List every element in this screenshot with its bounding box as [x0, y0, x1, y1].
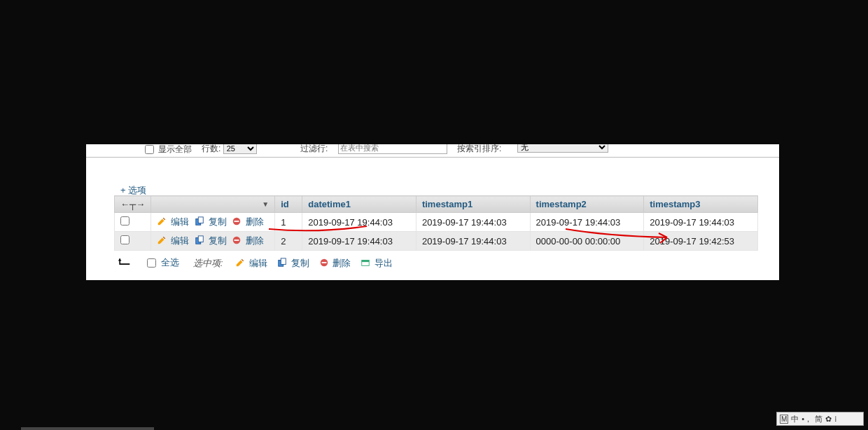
ime-mode-m: M: [780, 415, 788, 424]
select-all-link[interactable]: 全选: [161, 257, 179, 268]
delete-row-link[interactable]: 删除: [243, 216, 267, 227]
pencil-icon: [157, 216, 167, 228]
selected-items-label: 选中项:: [193, 257, 223, 270]
ime-status-bar[interactable]: M 中 •， 简 ✿ ⁞: [776, 412, 864, 426]
arrow-left-t-right: ←┬→: [120, 199, 145, 209]
show-all-control: 显示全部: [142, 144, 192, 156]
taskbar-fragment: [21, 427, 154, 430]
ime-punct-icon: •，: [802, 414, 812, 424]
cell-timestamp3: 2019-09-17 19:44:03: [644, 213, 758, 232]
copy-row-link[interactable]: 复制: [206, 216, 230, 227]
delete-icon: [319, 258, 329, 270]
pencil-icon: [157, 235, 167, 247]
pencil-icon: [235, 258, 245, 270]
bulk-copy-link[interactable]: 复制: [291, 258, 309, 268]
edit-row-link[interactable]: 编辑: [168, 235, 192, 246]
sort-by-index-label: 按索引排序:: [457, 144, 501, 155]
ime-lang-zhong: 中: [791, 414, 799, 424]
export-icon: [360, 258, 370, 270]
edit-row-link[interactable]: 编辑: [168, 216, 192, 227]
col-timestamp2[interactable]: timestamp2: [530, 196, 644, 213]
select-arrow-icon: [118, 257, 133, 269]
ime-handle-icon[interactable]: ⁞: [834, 415, 837, 424]
ime-gear-icon: ✿: [825, 415, 832, 424]
row-count-select[interactable]: 25: [223, 144, 257, 154]
bulk-export-link[interactable]: 导出: [374, 258, 393, 268]
show-all-label: 显示全部: [158, 144, 192, 154]
sort-by-index-select[interactable]: 无: [517, 144, 608, 153]
copy-icon: [195, 235, 204, 247]
table-row: 编辑 复制 删除 1 2019-09-17 19:44:03 2019-09-1…: [115, 213, 758, 232]
bulk-delete-link[interactable]: 删除: [332, 258, 351, 268]
svg-rect-7: [234, 240, 239, 241]
svg-rect-3: [234, 221, 239, 222]
cell-timestamp2: 2019-09-17 19:44:03: [530, 213, 644, 232]
col-timestamp3[interactable]: timestamp3: [644, 196, 758, 213]
sort-dropdown-icon[interactable]: ▼: [262, 200, 269, 208]
copy-row-link[interactable]: 复制: [206, 235, 230, 246]
cell-id: 1: [275, 213, 302, 232]
col-checkbox: ←┬→: [115, 196, 151, 213]
cell-datetime1: 2019-09-17 19:44:03: [302, 232, 416, 251]
svg-rect-11: [321, 262, 326, 263]
col-actions: ▼: [151, 196, 275, 213]
copy-icon: [277, 258, 287, 270]
controls-bar: 显示全部 行数: 25 过滤行: 按索引排序: 无: [86, 144, 779, 158]
delete-icon: [232, 216, 241, 228]
svg-rect-9: [281, 258, 286, 264]
ime-simplified: 简: [815, 414, 822, 424]
cell-timestamp2: 0000-00-00 00:00:00: [530, 232, 644, 251]
delete-icon: [232, 235, 241, 247]
col-timestamp1[interactable]: timestamp1: [416, 196, 530, 213]
col-id[interactable]: id: [275, 196, 302, 213]
cell-timestamp1: 2019-09-17 19:44:03: [416, 213, 530, 232]
row-count-label: 行数:: [202, 144, 220, 153]
row-checkbox[interactable]: [120, 216, 130, 226]
cell-datetime1: 2019-09-17 19:44:03: [302, 213, 416, 232]
row-checkbox[interactable]: [120, 235, 130, 244]
phpmyadmin-panel: 显示全部 行数: 25 过滤行: 按索引排序: 无 + 选项 ←┬→: [86, 144, 779, 280]
row-count-control: 行数: 25: [202, 144, 257, 155]
show-all-checkbox[interactable]: [145, 145, 154, 154]
bulk-actions-bar: 全选 选中项: 编辑 复制 删除 导出: [118, 256, 393, 270]
svg-rect-1: [198, 217, 203, 223]
cell-id: 2: [275, 232, 302, 251]
copy-icon: [195, 216, 204, 228]
col-datetime1[interactable]: datetime1: [302, 196, 416, 213]
cell-timestamp3: 2019-09-17 19:42:53: [644, 232, 758, 251]
filter-rows-label: 过滤行:: [300, 144, 328, 155]
bulk-edit-link[interactable]: 编辑: [249, 258, 267, 268]
delete-row-link[interactable]: 删除: [243, 235, 267, 246]
svg-rect-5: [198, 236, 203, 242]
table-row: 编辑 复制 删除 2 2019-09-17 19:44:03 2019-09-1…: [115, 232, 758, 251]
cell-timestamp1: 2019-09-17 19:44:03: [416, 232, 530, 251]
select-all-checkbox[interactable]: [147, 258, 156, 268]
filter-rows-input[interactable]: [338, 144, 447, 154]
results-table: ←┬→ ▼ id datetime1 timestamp1 timestamp2…: [114, 195, 758, 251]
svg-rect-13: [362, 260, 370, 262]
